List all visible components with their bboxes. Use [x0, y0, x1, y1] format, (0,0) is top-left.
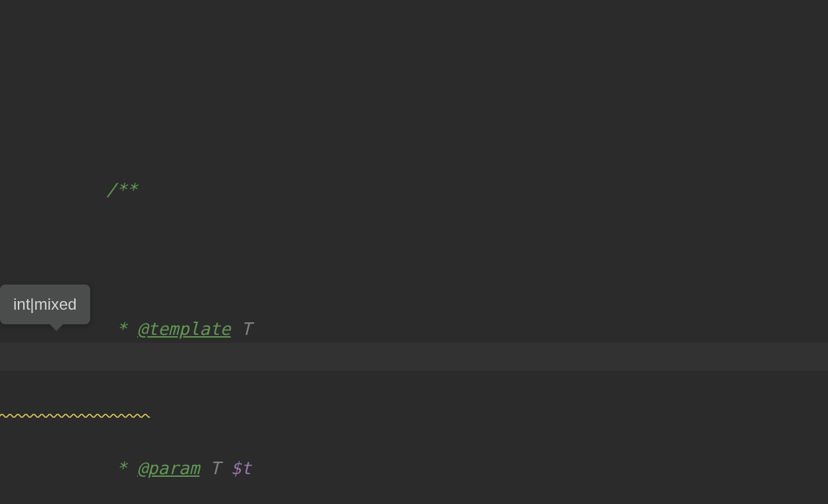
code-area[interactable]: /** * @template T * @param T $t * @retur… — [44, 36, 604, 504]
code-editor[interactable]: int|mixed /** * @template T * @param T $… — [0, 0, 828, 504]
code-line[interactable]: /** — [44, 148, 604, 176]
code-line[interactable]: * @param T $t — [44, 426, 604, 454]
doc-template-type: T — [241, 319, 251, 339]
code-line[interactable]: * @template T — [44, 287, 604, 315]
type-tooltip: int|mixed — [0, 284, 90, 324]
docblock-open: /** — [106, 180, 137, 200]
weak-warning-underline — [0, 414, 150, 418]
docblock-star: * — [106, 458, 137, 478]
docblock-star: * — [106, 319, 137, 339]
doc-tag-param: @param — [137, 458, 200, 478]
doc-tag-template: @template — [137, 319, 231, 339]
doc-param-var: $t — [231, 458, 251, 478]
tooltip-text: int|mixed — [13, 295, 77, 313]
doc-param-type: T — [210, 458, 220, 478]
